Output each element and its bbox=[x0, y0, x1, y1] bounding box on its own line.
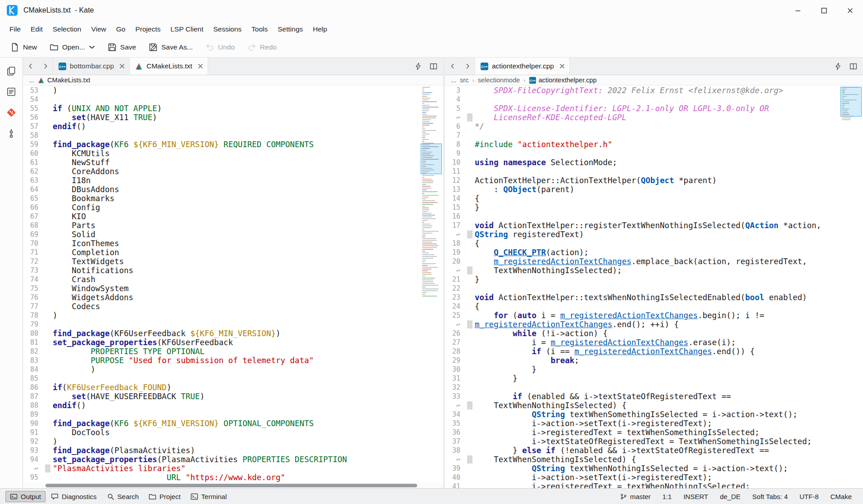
code-line-12[interactable]: 12ActionTextHelper::ActionTextHelper(QOb… bbox=[445, 176, 840, 185]
line-number[interactable]: 75 bbox=[23, 284, 43, 293]
code-line-90[interactable]: 90find_package(KF6 ${KF6_MIN_VERSION} OP… bbox=[23, 419, 421, 428]
icon-border[interactable] bbox=[43, 104, 53, 113]
line-number[interactable]: 87 bbox=[23, 392, 43, 401]
code-line-16[interactable]: 16 bbox=[445, 212, 840, 221]
line-number[interactable]: 94 bbox=[23, 455, 43, 464]
icon-border[interactable] bbox=[43, 86, 53, 95]
icon-border[interactable] bbox=[465, 320, 475, 329]
code-line-21[interactable]: 21} bbox=[445, 275, 840, 284]
code-line-82[interactable]: 82 PROPERTIES TYPE OPTIONAL bbox=[23, 347, 421, 356]
tab-close-icon[interactable] bbox=[197, 63, 204, 69]
code-line-74[interactable]: 74 Crash bbox=[23, 275, 421, 284]
split-view-button[interactable] bbox=[845, 58, 861, 75]
icon-border[interactable] bbox=[43, 266, 53, 275]
icon-border[interactable] bbox=[43, 365, 53, 374]
code-line-14[interactable]: 14{ bbox=[445, 194, 840, 203]
line-number[interactable]: 91 bbox=[23, 428, 43, 437]
breadcrumb-collapsed[interactable]: ... bbox=[29, 76, 34, 84]
line-number[interactable]: 60 bbox=[23, 149, 43, 158]
code-line-32[interactable]: 32 bbox=[445, 383, 840, 392]
line-number[interactable]: 10 bbox=[445, 158, 465, 167]
quick-open-button[interactable] bbox=[830, 58, 845, 75]
icon-border[interactable] bbox=[43, 275, 53, 284]
scrollbar-thumb[interactable] bbox=[45, 484, 417, 487]
code-line-75[interactable]: 75 WindowSystem bbox=[23, 284, 421, 293]
code-line-41[interactable]: 41 i->registeredText = textWhenNothingIs… bbox=[445, 482, 840, 488]
code-line-4[interactable]: 4 bbox=[445, 95, 840, 104]
wrap-marker-icon[interactable]: ↩ bbox=[445, 230, 465, 239]
code-line-71[interactable]: 71 Completion bbox=[23, 248, 421, 257]
line-number[interactable]: 38 bbox=[445, 446, 465, 455]
menu-item-help[interactable]: Help bbox=[308, 22, 332, 36]
breadcrumb-item-selectionmode[interactable]: selectionmode bbox=[478, 76, 520, 84]
code-line-89[interactable]: 89 bbox=[23, 410, 421, 419]
code-line-wrap[interactable]: ↩m_registeredActionTextChanges.end(); ++… bbox=[445, 320, 840, 329]
code-line-18[interactable]: 18{ bbox=[445, 239, 840, 248]
icon-border[interactable] bbox=[465, 212, 475, 221]
code-line-55[interactable]: 55if (UNIX AND NOT APPLE) bbox=[23, 104, 421, 113]
code-line-27[interactable]: 27 i = m_registeredActionTextChanges.era… bbox=[445, 338, 840, 347]
icon-border[interactable] bbox=[465, 392, 475, 401]
tab-close-icon[interactable] bbox=[119, 63, 125, 69]
icon-border[interactable] bbox=[43, 419, 53, 428]
icon-border[interactable] bbox=[465, 347, 475, 356]
save-as-button[interactable]: Save As... bbox=[144, 40, 198, 55]
line-number[interactable]: 65 bbox=[23, 194, 43, 203]
icon-border[interactable] bbox=[43, 464, 53, 473]
line-number[interactable]: 30 bbox=[445, 365, 465, 374]
icon-border[interactable] bbox=[43, 239, 53, 248]
code-line-91[interactable]: 91 DocTools bbox=[23, 428, 421, 437]
icon-border[interactable] bbox=[465, 194, 475, 203]
code-line-7[interactable]: 7 bbox=[445, 131, 840, 140]
line-number[interactable]: 68 bbox=[23, 221, 43, 230]
menu-item-lsp-client[interactable]: LSP Client bbox=[165, 22, 208, 36]
code-line-31[interactable]: 31 } bbox=[445, 374, 840, 383]
icon-border[interactable] bbox=[43, 410, 53, 419]
breadcrumb-collapsed[interactable]: ... bbox=[451, 76, 456, 84]
line-number[interactable]: 95 bbox=[23, 473, 43, 482]
minimap-viewport[interactable] bbox=[421, 144, 442, 174]
icon-border[interactable] bbox=[465, 275, 475, 284]
line-number[interactable]: 33 bbox=[445, 392, 465, 401]
code-line-wrap[interactable]: ↩ TextWhenNothingIsSelected); bbox=[445, 266, 840, 275]
statusbar-utf-8[interactable]: UTF-8 bbox=[794, 493, 825, 500]
icon-border[interactable] bbox=[465, 86, 475, 95]
icon-border[interactable] bbox=[43, 347, 53, 356]
icon-border[interactable] bbox=[465, 473, 475, 482]
icon-border[interactable] bbox=[465, 365, 475, 374]
code-line-95[interactable]: 95 URL "https://www.kde.org" bbox=[23, 473, 421, 482]
line-number[interactable]: 19 bbox=[445, 248, 465, 257]
code-line-67[interactable]: 67 KIO bbox=[23, 212, 421, 221]
line-number[interactable]: 32 bbox=[445, 383, 465, 392]
line-number[interactable]: 59 bbox=[23, 140, 43, 149]
line-number[interactable]: 82 bbox=[23, 347, 43, 356]
line-number[interactable]: 28 bbox=[445, 347, 465, 356]
icon-border[interactable] bbox=[43, 185, 53, 194]
code-line-25[interactable]: 25 for (auto i = m_registeredActionTextC… bbox=[445, 311, 840, 320]
code-line-80[interactable]: 80find_package(KF6UserFeedback ${KF6_MIN… bbox=[23, 329, 421, 338]
icon-border[interactable] bbox=[43, 302, 53, 311]
icon-border[interactable] bbox=[465, 302, 475, 311]
line-number[interactable]: 84 bbox=[23, 365, 43, 374]
code-line-76[interactable]: 76 WidgetsAddons bbox=[23, 293, 421, 302]
line-number[interactable]: 54 bbox=[23, 95, 43, 104]
line-number[interactable]: 16 bbox=[445, 212, 465, 221]
dock-documents-button[interactable] bbox=[3, 63, 20, 79]
code-line-37[interactable]: 37 i->textStateOfRegisteredText = TextWh… bbox=[445, 437, 840, 446]
code-line-29[interactable]: 29 break; bbox=[445, 356, 840, 365]
icon-border[interactable] bbox=[465, 239, 475, 248]
icon-border[interactable] bbox=[43, 131, 53, 140]
wrap-marker-icon[interactable]: ↩ bbox=[445, 266, 465, 275]
code-line-17[interactable]: 17void ActionTextHelper::registerTextWhe… bbox=[445, 221, 840, 230]
wrap-marker-icon[interactable]: ↩ bbox=[445, 113, 465, 122]
line-number[interactable]: 83 bbox=[23, 356, 43, 365]
tab-scroll-forward-button[interactable] bbox=[460, 58, 475, 75]
line-number[interactable]: 77 bbox=[23, 302, 43, 311]
icon-border[interactable] bbox=[43, 167, 53, 176]
icon-border[interactable] bbox=[43, 158, 53, 167]
code-line-40[interactable]: 40 i->action->setText(i->registeredText)… bbox=[445, 473, 840, 482]
line-number[interactable]: 27 bbox=[445, 338, 465, 347]
icon-border[interactable] bbox=[465, 311, 475, 320]
code-line-22[interactable]: 22 bbox=[445, 284, 840, 293]
icon-border[interactable] bbox=[465, 437, 475, 446]
